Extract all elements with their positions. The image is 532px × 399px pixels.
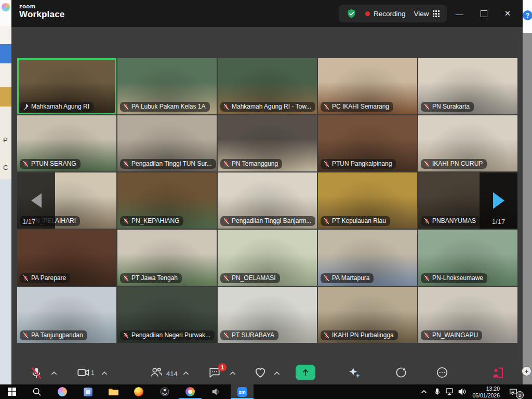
participant-name-label: PTUN Pangkalpinang <box>321 159 396 169</box>
participants-options-chevron[interactable] <box>183 371 190 376</box>
mic-muted-icon <box>123 103 129 110</box>
taskbar-firefox-button[interactable] <box>127 384 150 399</box>
video-tile[interactable]: Pengadilan Tinggi Banjarm... <box>218 172 317 229</box>
mic-muted-icon <box>423 332 430 339</box>
taskbar-search-button[interactable] <box>25 384 48 399</box>
mic-muted-icon <box>22 332 29 339</box>
more-button[interactable] <box>435 366 449 379</box>
tray-network[interactable] <box>444 384 456 399</box>
participant-name-label: Pengadilan Tinggi Banjarm... <box>220 216 315 226</box>
taskbar-obs-button[interactable] <box>153 384 176 399</box>
mic-muted-icon <box>123 161 129 167</box>
participant-name: PC IKAHI Semarang <box>332 103 389 110</box>
video-tile[interactable]: PA Lubuk Pakam Kelas 1A <box>117 58 217 114</box>
view-button[interactable]: View <box>414 10 440 18</box>
video-tile[interactable]: PTUN SERANG <box>17 115 116 171</box>
mic-muted-icon <box>123 275 129 282</box>
record-button[interactable] <box>394 366 408 379</box>
mic-muted-icon <box>223 275 230 282</box>
mic-muted-icon <box>323 332 330 339</box>
mic-muted-icon <box>223 161 230 167</box>
mic-muted-icon <box>423 275 430 282</box>
reactions-options-chevron[interactable] <box>274 371 281 376</box>
mic-muted-icon <box>123 332 129 339</box>
taskbar-copilot-button[interactable] <box>51 384 74 399</box>
close-button[interactable]: ✕ <box>499 6 516 21</box>
taskbar-clock[interactable]: 13:20 05/01/2026 <box>459 385 500 399</box>
video-tile[interactable]: PTUN Pangkalpinang <box>318 115 417 171</box>
video-tile[interactable]: PA Parepare <box>17 230 116 286</box>
recording-indicator[interactable]: Recording <box>365 10 406 18</box>
taskbar-file-explorer-button[interactable] <box>102 384 125 399</box>
recording-label: Recording <box>374 10 406 18</box>
video-button[interactable]: 1 <box>76 366 95 379</box>
heart-icon <box>253 366 268 379</box>
mic-muted-icon <box>22 161 29 167</box>
security-shield-icon[interactable] <box>346 8 357 19</box>
video-tile[interactable]: PN Surakarta <box>418 58 517 114</box>
participant-name-label: PC IKAHI Semarang <box>321 102 393 112</box>
video-tile[interactable]: Mahkamah Agung RI - Tow... <box>218 58 317 114</box>
video-tile[interactable]: PN-Lhokseumawe <box>418 230 517 286</box>
participant-name-label: Mahkamah Agung RI - Tow... <box>220 102 315 112</box>
background-letter: P <box>3 136 8 144</box>
taskbar-paint-button[interactable] <box>179 384 202 399</box>
video-tile[interactable]: Mahkamah Agung RI <box>17 58 116 114</box>
video-tile[interactable]: PN_OELAMASI <box>218 230 317 286</box>
participant-name-label: PA Martapura <box>321 273 374 283</box>
chat-options-chevron[interactable] <box>230 371 236 376</box>
participant-name: PN Surakarta <box>432 103 470 110</box>
minimize-button[interactable]: — <box>451 6 468 21</box>
participant-name: Pengadilan Tinggi TUN Sur... <box>131 160 212 167</box>
video-tile[interactable]: IKAHI PN CURUP <box>418 115 517 171</box>
leave-button[interactable] <box>491 366 505 380</box>
video-tile[interactable]: PC IKAHI Semarang <box>318 58 417 114</box>
participant-name-label: PN_OELAMASI <box>220 273 280 283</box>
video-tile[interactable]: PT SURABAYA <box>218 287 317 343</box>
video-tile[interactable]: PT Jawa Tengah <box>117 230 217 286</box>
video-tile[interactable]: PN Temanggung <box>218 115 317 171</box>
video-tile[interactable]: PN_KEPAHIANG <box>117 172 217 229</box>
video-options-chevron[interactable] <box>101 371 108 376</box>
participant-name-label: PT SURABAYA <box>220 330 278 340</box>
video-tile[interactable]: PN_WAINGAPU <box>418 287 517 343</box>
maximize-button[interactable] <box>475 6 492 21</box>
help-icon[interactable]: ? <box>523 10 532 20</box>
more-ellipsis-icon <box>435 366 449 379</box>
gallery-prev-button[interactable]: 1/17 <box>17 172 55 229</box>
taskbar-widgets-button[interactable] <box>76 384 99 399</box>
taskbar-zoom-button[interactable]: zm <box>231 384 254 399</box>
video-tile[interactable]: Pengadilan Negeri Purwak... <box>117 287 217 343</box>
participant-name-label: PN Surakarta <box>421 102 474 112</box>
tray-microphone[interactable] <box>431 384 443 399</box>
chevron-up-icon <box>421 390 427 394</box>
clock-date: 05/01/2026 <box>459 392 500 399</box>
mic-muted-icon <box>423 218 430 224</box>
start-button[interactable] <box>1 384 23 399</box>
reactions-button[interactable] <box>253 366 268 379</box>
participant-name: Pengadilan Tinggi Banjarm... <box>232 217 311 224</box>
page-indicator: 1/17 <box>480 218 517 225</box>
participants-button[interactable] <box>150 366 163 379</box>
video-tile[interactable]: PA Tanjungpandan <box>17 287 116 343</box>
share-screen-icon <box>296 365 315 380</box>
taskbar-audio-app-button[interactable] <box>204 384 227 399</box>
audio-options-chevron[interactable] <box>51 371 58 376</box>
participant-name-label: PTUN SERANG <box>20 159 81 169</box>
gallery-next-button[interactable]: 1/17 <box>480 172 517 229</box>
participant-name: PA Martapura <box>332 274 369 282</box>
participant-name: PA Parepare <box>31 274 66 282</box>
video-tile[interactable]: PT Kepulauan Riau <box>318 172 417 229</box>
video-tile[interactable]: Pengadilan Tinggi TUN Sur... <box>117 115 217 171</box>
mic-muted-icon <box>323 218 330 224</box>
plus-icon[interactable]: + <box>522 366 531 376</box>
video-tile[interactable]: PA Martapura <box>318 230 417 286</box>
mute-button[interactable] <box>30 366 43 380</box>
video-tile[interactable]: IKAHI PN Purbalingga <box>318 287 417 343</box>
share-screen-button[interactable] <box>296 365 315 380</box>
spotlight-icon <box>22 103 29 110</box>
ai-companion-button[interactable] <box>348 366 362 380</box>
tray-show-hidden-icons[interactable] <box>418 384 430 399</box>
speaker-app-icon <box>211 387 220 396</box>
meeting-info-pill: Recording View <box>339 5 447 22</box>
